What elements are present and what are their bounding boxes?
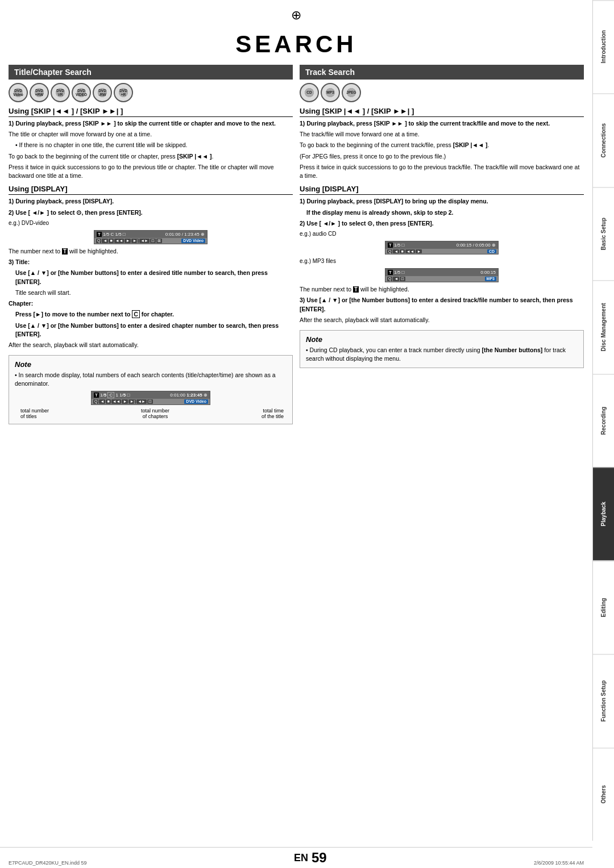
right-note-text: • During CD playback, you can enter a tr…: [306, 346, 578, 362]
diag-icon3: ■: [106, 399, 110, 404]
right-screen-cd-top: T 1/5 □ 0:00:15 / 0:05:00 ⊕: [385, 241, 498, 249]
left-disc-icons: DVDVideo DVD+RW DVDVR DVDVIDEO DVD-RW: [9, 83, 293, 102]
left-display-step1: 1) During playback, press [DISPLAY].: [9, 197, 293, 206]
annot-center: total numberof chapters: [141, 408, 169, 419]
sidebar-tab-functionsetup[interactable]: Function Setup: [593, 654, 614, 747]
diag-icon7: ◄►: [136, 399, 147, 404]
left-after-search: After the search, playback will start au…: [9, 341, 293, 349]
cd-icon1: Q: [387, 249, 392, 253]
left-note-title: Note: [15, 360, 287, 369]
left-diagram-top: T 1/5 C 1 1/5 □ 0:01:00 1:23:45 ⊕: [92, 391, 210, 399]
icon-ab: ◄►: [139, 239, 150, 243]
right-after-search: After the search, playback will start au…: [300, 316, 584, 324]
disc-dvd-r: DVD+R: [114, 83, 133, 102]
right-display-eg-mp3: e.g.) MP3 files: [300, 257, 584, 265]
cd-icon3: ■: [400, 249, 404, 253]
annot-left: total numberof titles: [20, 408, 49, 419]
right-screen-mp3-top: T 1/5 □ 0:00:15: [385, 269, 498, 276]
right-display-step2: 2) Use [ ◄/► ] to select ⊙, then press […: [300, 219, 584, 228]
right-display-step1: 1) During playback, press [DISPLAY] to b…: [300, 197, 584, 206]
right-screen-mp3: T 1/5 □ 0:00:15 Q ◄ ⊡ MP3: [385, 268, 499, 282]
right-step1-bold: 1) During playback, press [SKIP ►► ] to …: [300, 119, 584, 128]
right-disc-icons: CD MP3 JPEG: [300, 83, 584, 102]
right-display-heading: Using [DISPLAY]: [300, 185, 584, 195]
two-columns-layout: Title/Chapter Search DVDVideo DVD+RW DVD…: [9, 65, 584, 424]
disc-cd: CD: [300, 83, 319, 102]
left-title-subhead: 3) Title:: [9, 258, 293, 266]
page-title: SEARCH: [9, 26, 584, 58]
right-screen-cd-bottom: Q ◄ ■ ◄◄ ► CD: [385, 249, 498, 254]
right-step1-text4: Press it twice in quick successions to g…: [300, 163, 584, 180]
left-note-bullet1: • In search mode display, total numbers …: [15, 371, 287, 387]
diagram-annotations: total numberof titles total numberof cha…: [15, 408, 287, 419]
sidebar-tab-playback[interactable]: Playback: [593, 467, 614, 560]
icon-ffw: ►|: [131, 239, 139, 243]
sidebar-tab-others[interactable]: Others: [593, 748, 614, 841]
left-chapter-step2: Use [▲ / ▼] or [the Number buttons] to e…: [9, 322, 293, 339]
right-screen-cd-icons: Q ◄ ■ ◄◄ ►: [387, 249, 422, 253]
left-chapter-subhead: Chapter:: [9, 299, 293, 308]
diag-icon2: ◄: [99, 399, 105, 404]
disc-dvd-video: DVDVideo: [9, 83, 28, 102]
right-screen-mp3-icons: Q ◄ ⊡: [387, 277, 405, 281]
right-screen-mp3-top-left: T 1/5 □: [388, 270, 404, 275]
left-screen1-badge: DVD Video: [181, 239, 205, 243]
left-section-header: Title/Chapter Search: [9, 65, 293, 80]
right-screen-mp3-top-right: 0:00:15: [480, 270, 496, 275]
icon-stop: ■: [109, 239, 113, 243]
right-step1-text1: The track/file will move forward one at …: [300, 130, 584, 139]
cd-icon4: ◄◄: [405, 249, 416, 253]
left-display-heading: Using [DISPLAY]: [9, 185, 293, 195]
diag-icon5: ►: [122, 399, 128, 404]
right-display-step1b: If the display menu is already shown, sk…: [300, 208, 584, 217]
en-label: EN: [294, 852, 308, 864]
right-screen-cd-top-right: 0:00:15 / 0:05:00 ⊕: [457, 243, 496, 248]
right-display-eg-cd: e.g.) audio CD: [300, 230, 584, 238]
disc-dvd-rw: DVD-RW: [93, 83, 112, 102]
right-section-header: Track Search: [300, 65, 584, 80]
disc-mp3: MP3: [321, 83, 340, 102]
right-step1-text2: To go back to the beginning of the curre…: [300, 141, 584, 149]
top-compass-icon: ⊕: [9, 8, 584, 23]
sidebar-tab-discmanagement[interactable]: Disc Management: [593, 280, 614, 373]
disc-dvd-video-mode: DVDVIDEO: [72, 83, 91, 102]
left-screen1-bottom: Q ◄ ■ ◄◄ ► ►| ◄► ⊡ ⊠ DVD Video: [94, 238, 207, 244]
icon-menu1: ⊡: [150, 239, 156, 243]
mp3-badge: MP3: [485, 277, 496, 281]
cd-badge: CD: [487, 249, 496, 253]
main-content: ⊕ SEARCH Title/Chapter Search DVDVideo D…: [0, 0, 592, 436]
diag-icon6: ►|: [128, 399, 136, 404]
right-screen-cd: T 1/5 □ 0:00:15 / 0:05:00 ⊕ Q ◄ ■ ◄◄ ► C…: [385, 241, 499, 254]
left-skip-heading: Using [SKIP |◄◄ ] / [SKIP ►►| ]: [9, 107, 293, 117]
left-column: Title/Chapter Search DVDVideo DVD+RW DVD…: [9, 65, 293, 424]
cd-icon2: ◄: [393, 249, 399, 253]
left-title-step: Use [▲ / ▼] or [the Number buttons] to e…: [9, 269, 293, 286]
disc-jpeg: JPEG: [342, 83, 361, 102]
left-chapter-step1: Press [►] to move to the number next to …: [9, 310, 293, 319]
left-title-note: Title search will start.: [9, 289, 293, 297]
right-screen-cd-top-left: T 1/5 □: [388, 243, 404, 248]
sidebar-tab-editing[interactable]: Editing: [593, 561, 614, 654]
footer-date: 2/6/2009 10:55:44 AM: [534, 860, 584, 866]
sidebar-tab-connections[interactable]: Connections: [593, 93, 614, 186]
page-footer: E7PCAUD_DR420KU_EN.indd 59 EN 59 2/6/200…: [0, 847, 592, 868]
right-column: Track Search CD MP3 JPEG Using [SKIP |◄◄: [300, 65, 584, 424]
left-screen1-icons: Q ◄ ■ ◄◄ ► ►| ◄► ⊡ ⊠: [96, 239, 162, 243]
left-screen1-top-left: T 1/5 C 1/5 □: [97, 232, 126, 237]
right-step1-text3: (For JPEG files, press it once to go to …: [300, 152, 584, 161]
sidebar-tab-introduction[interactable]: Introduction: [593, 0, 614, 93]
mp3-icon3: ⊡: [400, 277, 405, 281]
page-number: 59: [312, 850, 327, 866]
left-note-box: Note • In search mode display, total num…: [9, 355, 293, 424]
left-screen1-top-right: 0:01:00 / 1:23:45 ⊕: [165, 232, 205, 237]
diag-icon8: ⊡: [147, 399, 153, 404]
annot-right: total timeof the title: [262, 408, 284, 419]
right-highlight-note: The number next to T will be highlighted…: [300, 285, 584, 294]
icon-play: ►: [125, 239, 131, 243]
left-screen1: T 1/5 C 1/5 □ 0:01:00 / 1:23:45 ⊕ Q ◄ ■ …: [94, 230, 208, 244]
diag-icon1: Q: [93, 399, 98, 404]
sidebar-tab-basicsetup[interactable]: Basic Setup: [593, 187, 614, 280]
sidebar-tab-recording[interactable]: Recording: [593, 374, 614, 467]
left-highlight-note: The number next to T will be highlighted…: [9, 247, 293, 256]
icon-menu2: ⊠: [156, 239, 162, 243]
